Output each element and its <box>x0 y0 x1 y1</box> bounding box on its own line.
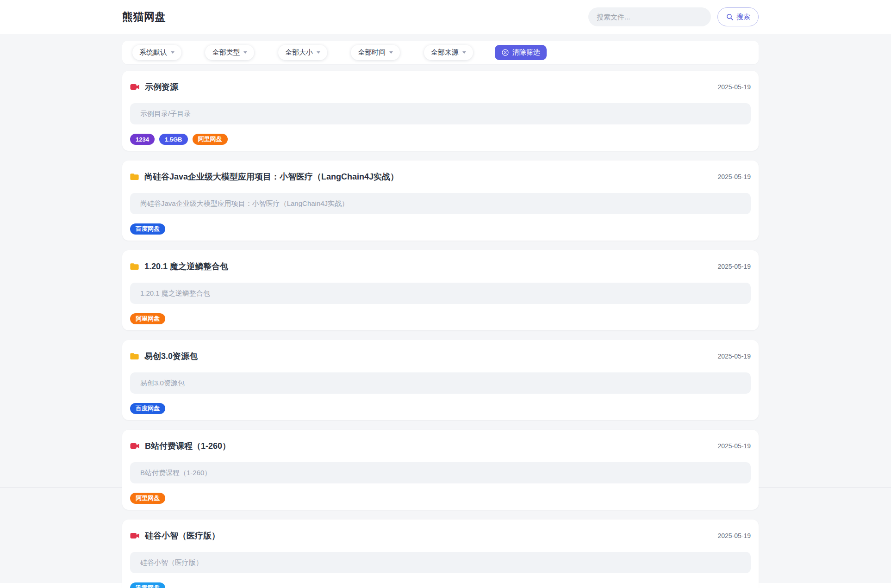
video-icon <box>130 532 139 539</box>
source-tag: 1.5GB <box>159 134 188 145</box>
chevron-down-icon <box>171 51 174 54</box>
result-date: 2025-05-19 <box>717 263 751 270</box>
result-path: 示例目录/子目录 <box>130 103 751 124</box>
filter-dropdown-label: 全部时间 <box>358 48 386 57</box>
result-path: B站付费课程（1-260） <box>130 462 751 483</box>
clear-filters-button[interactable]: 清除筛选 <box>495 45 547 60</box>
result-date: 2025-05-19 <box>717 442 751 450</box>
search-input[interactable] <box>588 7 711 26</box>
result-card-4[interactable]: B站付费课程（1-260） 2025-05-19 B站付费课程（1-260） 阿… <box>122 430 759 510</box>
result-tags: 阿里网盘 <box>130 313 751 324</box>
result-card-3[interactable]: 易创3.0资源包 2025-05-19 易创3.0资源包 百度网盘 <box>122 340 759 420</box>
result-path: 尚硅谷Java企业级大模型应用项目：小智医疗（LangChain4J实战） <box>130 193 751 214</box>
folder-icon <box>130 263 139 270</box>
result-date: 2025-05-19 <box>717 173 751 180</box>
result-path: 1.20.1 魔之逆鳞整合包 <box>130 283 751 304</box>
video-icon <box>130 442 139 450</box>
source-tag: 阿里网盘 <box>130 493 165 504</box>
result-title: 示例资源 <box>145 81 178 93</box>
chevron-down-icon <box>317 51 320 54</box>
chevron-down-icon <box>243 51 247 54</box>
result-title: 尚硅谷Java企业级大模型应用项目：小智医疗（LangChain4J实战） <box>144 171 399 182</box>
result-card-0[interactable]: 示例资源 2025-05-19 示例目录/子目录 12341.5GB阿里网盘 <box>122 71 759 151</box>
source-tag: 阿里网盘 <box>130 313 165 324</box>
result-date: 2025-05-19 <box>717 532 751 539</box>
result-title: B站付费课程（1-260） <box>145 440 231 452</box>
result-tags: 12341.5GB阿里网盘 <box>130 134 751 145</box>
result-tags: 迅雷网盘 <box>130 582 751 588</box>
result-date: 2025-05-19 <box>717 353 751 360</box>
source-tag: 百度网盘 <box>130 223 165 235</box>
header: 熊猫网盘 搜索 <box>0 0 891 34</box>
source-tag: 迅雷网盘 <box>130 582 165 588</box>
chevron-down-icon <box>389 51 393 54</box>
filter-dropdown-2[interactable]: 全部大小 <box>278 45 327 60</box>
result-tags: 阿里网盘 <box>130 493 751 504</box>
chevron-down-icon <box>462 51 466 54</box>
source-tag: 阿里网盘 <box>193 134 228 145</box>
circle-x-icon <box>501 49 509 56</box>
source-tag: 百度网盘 <box>130 403 165 414</box>
filter-dropdown-label: 全部类型 <box>212 48 240 57</box>
result-title: 硅谷小智（医疗版） <box>145 530 220 541</box>
result-tags: 百度网盘 <box>130 223 751 235</box>
filter-bar: 系统默认 全部类型 全部大小 全部时间 全部来源 清除筛选 <box>122 41 759 64</box>
result-title: 易创3.0资源包 <box>144 351 198 362</box>
result-tags: 百度网盘 <box>130 403 751 414</box>
folder-icon <box>130 173 139 180</box>
result-card-5[interactable]: 硅谷小智（医疗版） 2025-05-19 硅谷小智（医疗版） 迅雷网盘 <box>122 520 759 588</box>
search-button-label: 搜索 <box>736 12 750 21</box>
search-button[interactable]: 搜索 <box>717 7 759 26</box>
clear-filters-label: 清除筛选 <box>512 48 540 57</box>
filter-dropdown-label: 全部来源 <box>431 48 459 57</box>
result-title: 1.20.1 魔之逆鳞整合包 <box>144 261 228 272</box>
filter-dropdown-0[interactable]: 系统默认 <box>132 45 181 60</box>
result-card-2[interactable]: 1.20.1 魔之逆鳞整合包 2025-05-19 1.20.1 魔之逆鳞整合包… <box>122 250 759 330</box>
results-list: 示例资源 2025-05-19 示例目录/子目录 12341.5GB阿里网盘 尚… <box>122 71 759 588</box>
video-icon <box>130 83 139 91</box>
site-logo: 熊猫网盘 <box>122 10 166 24</box>
result-card-1[interactable]: 尚硅谷Java企业级大模型应用项目：小智医疗（LangChain4J实战） 20… <box>122 161 759 241</box>
filter-dropdown-4[interactable]: 全部来源 <box>424 45 473 60</box>
search-icon <box>726 13 734 21</box>
result-path: 硅谷小智（医疗版） <box>130 552 751 573</box>
filter-dropdown-label: 系统默认 <box>139 48 167 57</box>
filter-dropdown-label: 全部大小 <box>285 48 313 57</box>
result-date: 2025-05-19 <box>717 83 751 91</box>
result-path: 易创3.0资源包 <box>130 372 751 394</box>
folder-icon <box>130 353 139 360</box>
source-tag: 1234 <box>130 134 155 145</box>
filter-dropdown-1[interactable]: 全部类型 <box>205 45 254 60</box>
filter-dropdown-3[interactable]: 全部时间 <box>351 45 400 60</box>
